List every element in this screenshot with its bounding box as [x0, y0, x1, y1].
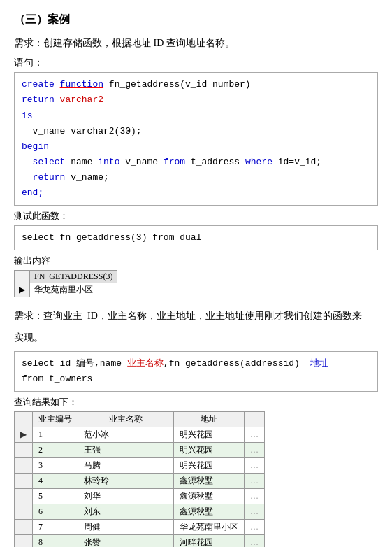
code3-line1: select id 编号,name 业主名称,fn_getaddress(add…: [22, 356, 370, 371]
output-row-value: 华龙苑南里小区: [30, 283, 117, 297]
row-extra: …: [245, 427, 265, 443]
row-name: 张赞: [78, 535, 174, 547]
row-name: 刘华: [78, 489, 174, 504]
code-line-2: return varchar2: [22, 92, 370, 108]
row-num: 3: [33, 458, 78, 474]
output-header-arrow: [15, 271, 30, 283]
row-name: 刘东: [78, 504, 174, 520]
code-line-6: select name into v_name from t_address w…: [22, 155, 370, 170]
para2-end: 实现。: [14, 330, 378, 346]
code-line-5: begin: [22, 139, 370, 155]
row-extra: …: [245, 489, 265, 504]
label-test: 测试此函数：: [14, 210, 378, 222]
result-th-name: 业主名称: [78, 412, 174, 427]
code-line-1: create function fn_getaddress(v_id numbe…: [22, 77, 370, 92]
row-arrow-cell: [15, 458, 33, 474]
code2-line: select fn_getaddress(3) from dual: [22, 232, 201, 243]
row-addr: 鑫源秋墅: [174, 489, 245, 504]
code-line-4: v_name varchar2(30);: [22, 124, 370, 139]
table-row: 4林玲玲鑫源秋墅…: [15, 474, 265, 489]
row-num: 5: [33, 489, 78, 504]
row-num: 6: [33, 504, 78, 520]
row-arrow-cell: [15, 504, 33, 520]
row-arrow-cell: [15, 489, 33, 504]
result-th-id: 业主编号: [33, 412, 78, 427]
result-th-addr: 地址: [174, 412, 245, 427]
para2-text: 需求：查询业主 ID，业主名称，业主地址，业主地址使用刚才我们创建的函数来: [14, 308, 378, 324]
row-name: 林玲玲: [78, 474, 174, 489]
row-name: 范小冰: [78, 427, 174, 443]
output-row-arrow: ▶: [15, 283, 30, 297]
row-addr: 明兴花园: [174, 427, 245, 443]
output-header-col: FN_GETADDRESS(3): [30, 271, 117, 283]
row-addr: 华龙苑南里小区: [174, 520, 245, 535]
row-extra: …: [245, 520, 265, 535]
row-extra: …: [245, 504, 265, 520]
label-sentence: 语句：: [14, 57, 378, 69]
table-row: 7周健华龙苑南里小区…: [15, 520, 265, 535]
code3-line2: from t_owners: [22, 371, 370, 387]
code-block-3: select id 编号,name 业主名称,fn_getaddress(add…: [14, 351, 378, 392]
table-row: 5刘华鑫源秋墅…: [15, 489, 265, 504]
result-table: 业主编号 业主名称 地址 ▶1范小冰明兴花园…2王强明兴花园…3马腾明兴花园…4…: [14, 411, 265, 547]
output-table-wrapper: FN_GETADDRESS(3) ▶ 华龙苑南里小区: [14, 270, 378, 297]
code-block-1: create function fn_getaddress(v_id numbe…: [14, 72, 378, 206]
row-num: 1: [33, 427, 78, 443]
row-addr: 河畔花园: [174, 535, 245, 547]
row-num: 4: [33, 474, 78, 489]
result-th-arrow: [15, 412, 33, 427]
code-line-7: return v_name;: [22, 170, 370, 185]
label-result: 查询结果如下：: [14, 396, 378, 409]
row-name: 周健: [78, 520, 174, 535]
row-extra: …: [245, 474, 265, 489]
section-title: （三）案例: [14, 13, 378, 27]
row-arrow-cell: [15, 535, 33, 547]
code-line-8: end;: [22, 185, 370, 201]
table-row: ▶1范小冰明兴花园…: [15, 427, 265, 443]
row-addr: 明兴花园: [174, 458, 245, 474]
label-output: 输出内容: [14, 255, 378, 267]
row-addr: 明兴花园: [174, 443, 245, 458]
row-name: 马腾: [78, 458, 174, 474]
row-num: 7: [33, 520, 78, 535]
row-name: 王强: [78, 443, 174, 458]
row-num: 2: [33, 443, 78, 458]
table-row: 2王强明兴花园…: [15, 443, 265, 458]
table-row: 3马腾明兴花园…: [15, 458, 265, 474]
row-addr: 鑫源秋墅: [174, 504, 245, 520]
code-block-2: select fn_getaddress(3) from dual: [14, 225, 378, 250]
para1-text: 需求：创建存储函数，根据地址 ID 查询地址名称。: [14, 36, 378, 51]
row-arrow-cell: [15, 520, 33, 535]
row-num: 8: [33, 535, 78, 547]
result-th-extra: [245, 412, 265, 427]
row-arrow-cell: [15, 443, 33, 458]
row-extra: …: [245, 443, 265, 458]
output-table: FN_GETADDRESS(3) ▶ 华龙苑南里小区: [14, 270, 117, 297]
code-line-3: is: [22, 108, 370, 124]
row-extra: …: [245, 535, 265, 547]
row-extra: …: [245, 458, 265, 474]
table-row: 8张赞河畔花园…: [15, 535, 265, 547]
row-arrow-cell: [15, 474, 33, 489]
row-addr: 鑫源秋墅: [174, 474, 245, 489]
table-row: 6刘东鑫源秋墅…: [15, 504, 265, 520]
row-arrow-cell: ▶: [15, 427, 33, 443]
